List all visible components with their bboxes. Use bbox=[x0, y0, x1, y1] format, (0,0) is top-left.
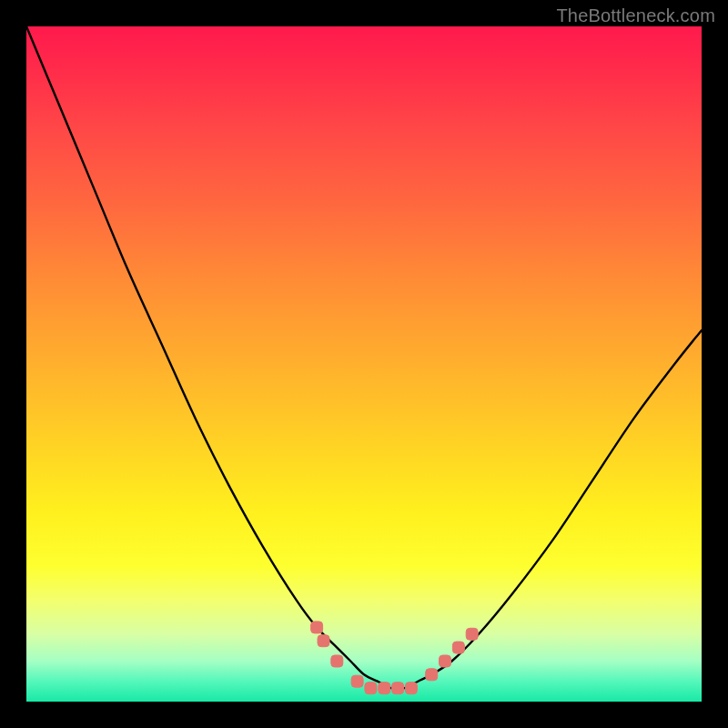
curve-marker bbox=[466, 628, 478, 640]
chart-frame: TheBottleneck.com bbox=[0, 0, 728, 728]
curve-marker bbox=[379, 682, 390, 694]
curve-marker bbox=[318, 635, 329, 647]
curve-marker bbox=[452, 642, 464, 653]
curve-markers bbox=[311, 622, 479, 694]
curve-marker bbox=[331, 655, 343, 667]
curve-marker bbox=[311, 622, 323, 633]
curve-marker bbox=[351, 675, 363, 687]
curve-marker bbox=[426, 669, 438, 681]
curve-marker bbox=[440, 655, 451, 667]
plot-area bbox=[26, 26, 702, 702]
curve-marker bbox=[392, 682, 404, 694]
watermark-text: TheBottleneck.com bbox=[556, 5, 715, 26]
curve-marker bbox=[405, 682, 417, 694]
curve-line bbox=[26, 26, 702, 689]
bottleneck-curve bbox=[26, 26, 702, 702]
curve-marker bbox=[365, 682, 377, 694]
